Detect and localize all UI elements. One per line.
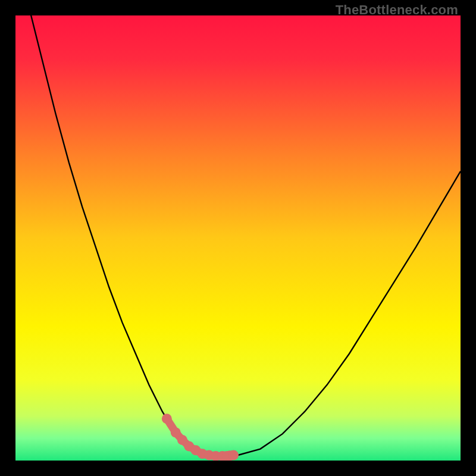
highlight-dot: [162, 414, 172, 424]
bottleneck-chart: [15, 15, 461, 461]
highlight-dot: [171, 427, 181, 437]
gradient-background: [15, 15, 461, 461]
watermark-text: TheBottleneck.com: [336, 2, 458, 18]
highlight-dot: [228, 450, 239, 461]
